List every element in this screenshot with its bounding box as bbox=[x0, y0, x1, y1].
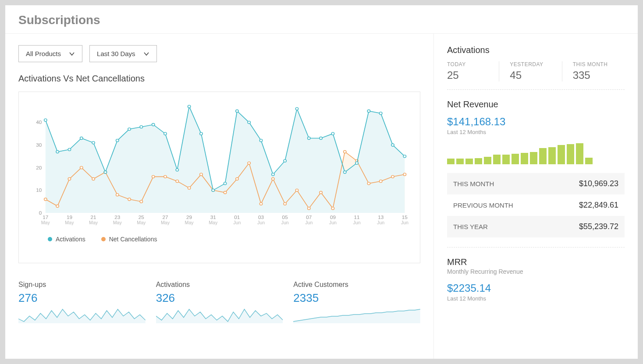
chart-title: Activations Vs Net Cancellations bbox=[18, 74, 420, 84]
svg-text:09: 09 bbox=[330, 215, 336, 220]
svg-point-5 bbox=[44, 198, 47, 201]
revenue-row-amount: $10,969.23 bbox=[579, 179, 618, 188]
activation-card-label: YESTERDAY bbox=[510, 61, 551, 67]
svg-point-41 bbox=[104, 171, 107, 173]
chart-legend: Activations Net Cancellations bbox=[26, 231, 409, 243]
svg-text:15: 15 bbox=[402, 215, 408, 220]
svg-point-39 bbox=[80, 137, 83, 140]
revenue-row-label: PREVIOUS MONTH bbox=[453, 201, 513, 209]
revenue-row: THIS MONTH$10,969.23 bbox=[447, 173, 625, 194]
svg-point-50 bbox=[212, 189, 214, 191]
activation-card: TODAY25 bbox=[447, 61, 499, 81]
mini-stat-label: Sign-ups bbox=[18, 281, 146, 289]
revenue-bar bbox=[585, 158, 593, 164]
revenue-bar bbox=[484, 157, 491, 164]
activations-section-title: Activations bbox=[447, 45, 625, 55]
svg-point-7 bbox=[68, 178, 71, 180]
svg-text:13: 13 bbox=[378, 215, 384, 220]
svg-point-47 bbox=[176, 169, 178, 171]
svg-point-26 bbox=[295, 189, 298, 191]
svg-point-30 bbox=[344, 151, 346, 153]
revenue-bar bbox=[447, 159, 455, 164]
svg-text:0: 0 bbox=[39, 210, 42, 216]
revenue-bar bbox=[558, 145, 565, 164]
svg-point-49 bbox=[200, 132, 202, 135]
net-revenue-rows: THIS MONTH$10,969.23PREVIOUS MONTH$22,84… bbox=[447, 173, 625, 237]
svg-point-34 bbox=[391, 175, 394, 178]
revenue-bar bbox=[465, 159, 473, 164]
main-panel: All Products Last 30 Days Activations Vs… bbox=[5, 34, 434, 359]
revenue-bar bbox=[521, 153, 528, 164]
sparkline bbox=[293, 307, 420, 323]
svg-point-27 bbox=[308, 207, 310, 210]
mrr-period: Last 12 Months bbox=[447, 295, 625, 302]
svg-point-28 bbox=[320, 191, 322, 194]
mini-stat[interactable]: Active Customers2335 bbox=[293, 281, 420, 323]
activation-card-label: THIS MONTH bbox=[573, 61, 614, 67]
svg-point-60 bbox=[331, 132, 334, 135]
mrr-subtitle: Monthly Recurring Revenue bbox=[447, 268, 625, 275]
svg-text:Jun: Jun bbox=[281, 220, 289, 225]
svg-point-58 bbox=[308, 137, 310, 140]
svg-text:Jun: Jun bbox=[305, 220, 313, 225]
divider bbox=[447, 247, 625, 247]
svg-text:29: 29 bbox=[186, 215, 192, 220]
mini-stat-label: Active Customers bbox=[293, 281, 420, 289]
mrr-section: MRR Monthly Recurring Revenue $2235.14 L… bbox=[447, 257, 625, 302]
chevron-down-icon bbox=[143, 51, 149, 57]
svg-point-43 bbox=[128, 128, 131, 131]
svg-text:Jun: Jun bbox=[353, 220, 360, 225]
revenue-bar bbox=[512, 154, 519, 164]
svg-point-38 bbox=[68, 148, 71, 151]
activation-card-value: 45 bbox=[510, 69, 551, 81]
filters-row: All Products Last 30 Days bbox=[18, 45, 420, 62]
svg-point-12 bbox=[128, 198, 131, 201]
svg-text:May: May bbox=[113, 220, 122, 225]
svg-point-18 bbox=[200, 173, 202, 176]
svg-point-6 bbox=[56, 205, 59, 208]
svg-point-42 bbox=[116, 139, 119, 142]
sparkline bbox=[156, 307, 283, 323]
mrr-title: MRR bbox=[447, 257, 625, 267]
svg-text:07: 07 bbox=[306, 215, 312, 220]
svg-text:27: 27 bbox=[162, 215, 168, 220]
revenue-bar bbox=[493, 155, 501, 164]
net-revenue-title: Net Revenue bbox=[447, 99, 625, 110]
revenue-bar bbox=[502, 155, 510, 164]
revenue-row-amount: $22,849.61 bbox=[579, 201, 618, 210]
svg-point-35 bbox=[403, 173, 406, 176]
svg-text:05: 05 bbox=[282, 215, 288, 220]
mini-stats-row: Sign-ups276Activations326Active Customer… bbox=[18, 281, 420, 323]
mini-stat-value: 276 bbox=[18, 291, 146, 305]
svg-point-57 bbox=[295, 107, 298, 110]
legend-activations: Activations bbox=[48, 236, 85, 243]
revenue-row-label: THIS MONTH bbox=[453, 180, 494, 187]
svg-point-25 bbox=[284, 202, 286, 205]
legend-cancellations-label: Net Cancellations bbox=[109, 236, 157, 243]
divider bbox=[447, 89, 625, 90]
revenue-bar bbox=[548, 147, 556, 164]
chart-frame: 01020304017May19May21May23May25May27May2… bbox=[18, 92, 420, 263]
svg-point-64 bbox=[379, 112, 382, 115]
revenue-row: PREVIOUS MONTH$22,849.61 bbox=[447, 194, 625, 216]
activation-card: THIS MONTH335 bbox=[562, 61, 625, 81]
mini-stat-label: Activations bbox=[156, 281, 283, 289]
range-filter-dropdown[interactable]: Last 30 Days bbox=[89, 45, 157, 62]
app-window: Subscriptions All Products Last 30 Days … bbox=[5, 5, 638, 359]
svg-point-32 bbox=[367, 182, 370, 185]
net-revenue-amount: $141,168.13 bbox=[447, 116, 625, 128]
svg-point-17 bbox=[188, 187, 190, 189]
mini-stat[interactable]: Sign-ups276 bbox=[18, 281, 146, 323]
svg-point-44 bbox=[140, 126, 142, 128]
chevron-down-icon bbox=[69, 51, 75, 57]
product-filter-dropdown[interactable]: All Products bbox=[18, 45, 82, 62]
mini-stat[interactable]: Activations326 bbox=[156, 281, 283, 323]
svg-point-16 bbox=[176, 180, 178, 183]
svg-point-37 bbox=[56, 151, 59, 153]
svg-point-65 bbox=[391, 144, 394, 146]
svg-point-62 bbox=[355, 162, 358, 164]
svg-point-21 bbox=[236, 178, 238, 180]
mini-stat-value: 2335 bbox=[293, 291, 420, 305]
svg-point-48 bbox=[188, 105, 190, 108]
legend-cancellations: Net Cancellations bbox=[101, 236, 157, 243]
